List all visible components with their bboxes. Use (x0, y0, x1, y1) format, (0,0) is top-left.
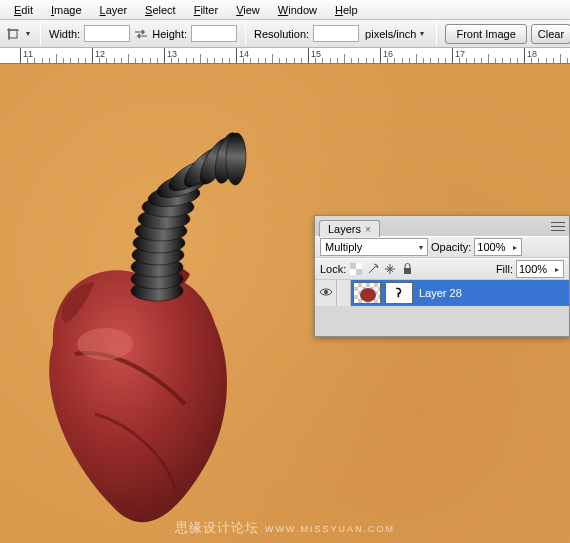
layer-row[interactable]: ʔ Layer 28 (315, 280, 569, 306)
layers-tab[interactable]: Layers× (319, 220, 380, 237)
opacity-label: Opacity: (431, 241, 471, 253)
menu-help[interactable]: Help (327, 2, 366, 18)
lock-pixels-icon[interactable] (366, 262, 380, 276)
height-input[interactable] (191, 25, 237, 42)
watermark: 思缘设计论坛WWW.MISSYUAN.COM (0, 519, 570, 537)
svg-rect-21 (356, 269, 362, 275)
layer-thumbnail[interactable] (353, 282, 381, 304)
svg-point-24 (360, 288, 376, 302)
menu-window[interactable]: Window (270, 2, 325, 18)
resolution-label: Resolution: (254, 28, 309, 40)
lock-label: Lock: (320, 263, 346, 275)
close-icon[interactable]: × (365, 224, 371, 235)
resolution-input[interactable] (313, 25, 359, 42)
options-bar: ▾ Width: Height: Resolution: pixels/inch… (0, 20, 570, 48)
menu-view[interactable]: View (228, 2, 268, 18)
svg-point-3 (77, 328, 133, 360)
layer-mask-thumbnail[interactable]: ʔ (385, 282, 413, 304)
lock-position-icon[interactable] (383, 262, 397, 276)
menu-edit[interactable]: Edit (6, 2, 41, 18)
resolution-units-select[interactable]: pixels/inch▾ (363, 28, 428, 40)
width-input[interactable] (84, 25, 130, 42)
menu-select[interactable]: Select (137, 2, 184, 18)
fill-input[interactable]: ▸ (516, 260, 564, 278)
height-label: Height: (152, 28, 187, 40)
swap-dimensions-icon[interactable] (134, 26, 148, 42)
crop-tool-icon[interactable] (6, 26, 20, 42)
svg-rect-0 (9, 30, 17, 38)
tool-preset-dropdown-icon[interactable]: ▾ (24, 29, 32, 38)
menu-image[interactable]: Image (43, 2, 90, 18)
horizontal-ruler: 1112131415161718 (0, 48, 570, 64)
link-column[interactable] (337, 280, 351, 306)
blend-mode-select[interactable]: Multiply▾ (320, 238, 428, 256)
visibility-eye-icon[interactable] (319, 287, 333, 299)
tube-artwork (130, 119, 260, 304)
chevron-right-icon[interactable]: ▸ (553, 265, 561, 274)
opacity-input[interactable]: ▸ (474, 238, 522, 256)
front-image-button[interactable]: Front Image (445, 24, 526, 44)
menu-filter[interactable]: Filter (186, 2, 226, 18)
clear-button[interactable]: Clear (531, 24, 570, 44)
lock-all-icon[interactable] (400, 262, 414, 276)
fill-label: Fill: (496, 263, 513, 275)
lock-transparent-icon[interactable] (349, 262, 363, 276)
svg-rect-22 (404, 268, 411, 274)
menu-layer[interactable]: Layer (92, 2, 136, 18)
layers-panel: Layers× Multiply▾ Opacity: ▸ Lock: Fill:… (314, 215, 570, 337)
panel-menu-icon[interactable] (551, 220, 565, 232)
svg-rect-20 (350, 263, 356, 269)
layer-name-label[interactable]: Layer 28 (415, 287, 462, 299)
chevron-right-icon[interactable]: ▸ (511, 243, 519, 252)
width-label: Width: (49, 28, 80, 40)
svg-point-23 (324, 290, 328, 294)
main-menu-bar: Edit Image Layer Select Filter View Wind… (0, 0, 570, 20)
